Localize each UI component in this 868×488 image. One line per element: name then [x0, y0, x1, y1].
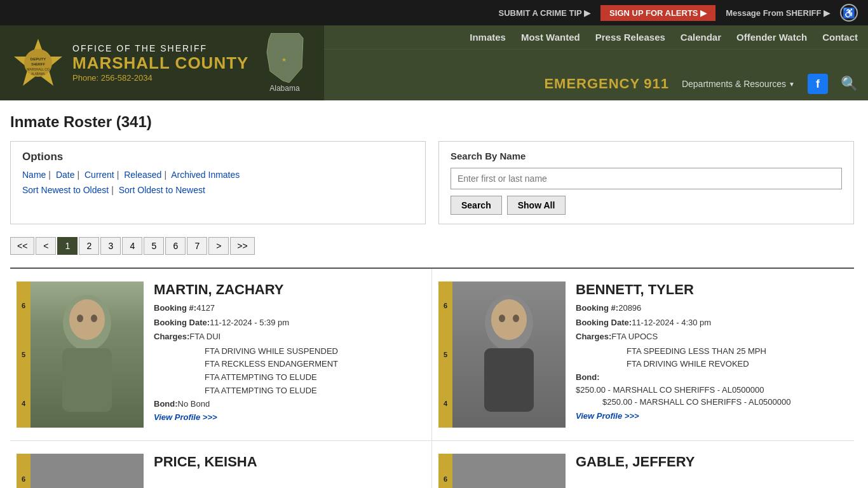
state-map: ★ Alabama — [257, 33, 311, 93]
header-text: OFFICE OF THE SHERIFF MARSHALL COUNTY Ph… — [72, 43, 248, 83]
inmate-name-3: PRICE, KEISHA — [154, 454, 425, 470]
svg-text:DEPUTY: DEPUTY — [31, 57, 46, 61]
filter-current[interactable]: Current — [85, 170, 114, 180]
svg-text:SHERIFF: SHERIFF — [31, 62, 44, 66]
nav-most-wanted[interactable]: Most Wanted — [521, 32, 580, 43]
svg-rect-14 — [484, 348, 534, 412]
search-btn-row: Search Show All — [451, 196, 842, 215]
svg-point-11 — [77, 315, 83, 322]
inmate-bond-2: Bond: $250.00 - MARSHALL CO SHERIFFS - A… — [576, 371, 848, 409]
svg-point-10 — [69, 299, 105, 340]
accessibility-icon[interactable]: ♿ — [840, 4, 858, 22]
inmate-photo-3: 6 — [17, 454, 144, 488]
inmate-bond: Bond:No Bond — [154, 398, 425, 410]
inmate-booking-date-2: Booking Date:11-12-2024 - 4:30 pm — [576, 316, 848, 329]
header-nav: Inmates Most Wanted Press Releases Calen… — [324, 25, 868, 100]
nav-inmates[interactable]: Inmates — [470, 32, 506, 43]
inmate-booking-date: Booking Date:11-12-2024 - 5:39 pm — [154, 316, 425, 329]
site-header: DEPUTY SHERIFF MARSHALL CO ALABAMA OFFIC… — [0, 25, 868, 100]
crime-tip-link[interactable]: SUBMIT A CRIME TIP ▶ — [499, 8, 591, 18]
main-nav: Inmates Most Wanted Press Releases Calen… — [324, 25, 868, 50]
inmate-card: 654 MARTIN, ZACHARY — [10, 269, 432, 441]
nav-press-releases[interactable]: Press Releases — [595, 32, 665, 43]
search-box: Search By Name Search Show All — [438, 141, 854, 224]
pagination: << < 1 2 3 4 5 6 7 > >> — [10, 237, 854, 255]
pagination-first[interactable]: << — [10, 237, 34, 255]
svg-text:MARSHALL CO: MARSHALL CO — [27, 67, 50, 71]
inmate-charges-list-2: FTA SPEEDING LESS THAN 25 MPH FTA DRIVIN… — [627, 345, 848, 372]
pagination-page-7[interactable]: 7 — [187, 237, 207, 255]
options-search-row: Options Name| Date| Current| Released| A… — [10, 141, 854, 224]
filter-archived[interactable]: Archived Inmates — [171, 170, 240, 180]
person-photo — [31, 281, 144, 428]
pagination-prev[interactable]: < — [36, 237, 56, 255]
filter-date[interactable]: Date — [56, 170, 75, 180]
inmate-booking-num: Booking #:4127 — [154, 302, 425, 315]
nav-offender-watch[interactable]: Offender Watch — [736, 32, 807, 43]
svg-point-17 — [513, 315, 519, 322]
inmate-name-4: GABLE, JEFFERY — [576, 454, 848, 470]
inmate-photo-4: 6 — [438, 454, 566, 488]
person-photo-2 — [452, 281, 566, 428]
inmates-grid: 654 MARTIN, ZACHARY — [10, 269, 854, 488]
nav-calendar[interactable]: Calendar — [681, 32, 721, 43]
inmate-photo-1: 654 — [17, 281, 144, 428]
pagination-page-6[interactable]: 6 — [165, 237, 186, 255]
facebook-icon[interactable]: f — [808, 74, 828, 94]
inmate-charges-list: FTA DRIVING WHILE SUSPENDED FTA RECKLESS… — [205, 345, 425, 398]
svg-point-16 — [499, 315, 505, 322]
inmate-charges-2: Charges:FTA UPOCS — [576, 330, 848, 343]
filter-links: Name| Date| Current| Released| Archived … — [22, 170, 414, 180]
filter-released[interactable]: Released — [124, 170, 161, 180]
pagination-page-4[interactable]: 4 — [122, 237, 142, 255]
office-line2: MARSHALL COUNTY — [72, 53, 248, 73]
inmate-info-4: GABLE, JEFFERY — [576, 454, 848, 478]
inmate-card-4: 6 GABLE, JEFFERY — [432, 441, 854, 488]
options-box: Options Name| Date| Current| Released| A… — [10, 141, 426, 224]
pagination-last[interactable]: >> — [230, 237, 254, 255]
ruler-left-2: 654 — [438, 281, 452, 428]
departments-resources-menu[interactable]: Departments & Resources — [682, 79, 795, 89]
phone: Phone: 256-582-2034 — [72, 73, 248, 83]
emergency-text: EMERGENCY 911 — [544, 76, 669, 92]
show-all-button[interactable]: Show All — [507, 196, 566, 215]
pagination-next[interactable]: > — [208, 237, 229, 255]
header-branding: DEPUTY SHERIFF MARSHALL CO ALABAMA OFFIC… — [0, 25, 324, 100]
pagination-page-3[interactable]: 3 — [100, 237, 121, 255]
search-input[interactable] — [451, 168, 842, 189]
alerts-button[interactable]: SIGN UP FOR ALERTS ▶ — [600, 5, 715, 21]
inmate-name-2: BENNETT, TYLER — [576, 281, 848, 298]
inmate-booking-num-2: Booking #:20896 — [576, 302, 848, 315]
ruler-left: 654 — [17, 281, 31, 428]
inmate-info-3: PRICE, KEISHA — [154, 454, 425, 478]
search-button[interactable]: Search — [451, 196, 502, 215]
search-by-name-label: Search By Name — [451, 151, 842, 161]
inmate-info-2: BENNETT, TYLER Booking #:20896 Booking D… — [576, 281, 848, 428]
search-icon[interactable]: 🔍 — [841, 76, 858, 92]
nav-contact[interactable]: Contact — [822, 32, 858, 43]
view-profile-link-2[interactable]: View Profile >>> — [576, 411, 639, 421]
main-content: Inmate Roster (341) Options Name| Date| … — [0, 100, 864, 488]
svg-point-12 — [91, 315, 97, 322]
inmate-name: MARTIN, ZACHARY — [154, 281, 425, 298]
inmate-card-3: 6 PRICE, KEISHA — [10, 441, 432, 488]
filter-name[interactable]: Name — [22, 170, 46, 180]
pagination-page-5[interactable]: 5 — [144, 237, 164, 255]
state-label: Alabama — [269, 84, 299, 93]
svg-text:★: ★ — [281, 57, 287, 63]
svg-point-15 — [491, 299, 527, 340]
sort-links: Sort Newest to Oldest| Sort Oldest to Ne… — [22, 185, 414, 195]
inmate-charges: Charges:FTA DUI — [154, 330, 425, 343]
pagination-page-2[interactable]: 2 — [79, 237, 99, 255]
pagination-page-1[interactable]: 1 — [57, 237, 78, 255]
inmate-card: 654 BENNETT, TYLER Booking #:20896 — [432, 269, 854, 441]
sort-newest[interactable]: Sort Newest to Oldest — [22, 185, 109, 195]
message-sheriff-link[interactable]: Message From SHERIFF ▶ — [726, 8, 830, 18]
options-title: Options — [22, 151, 414, 163]
inmate-photo-2: 654 — [438, 281, 566, 428]
view-profile-link-1[interactable]: View Profile >>> — [154, 412, 217, 422]
nav-secondary: EMERGENCY 911 Departments & Resources f … — [324, 67, 868, 100]
sort-oldest[interactable]: Sort Oldest to Newest — [119, 185, 205, 195]
sheriff-badge: DEPUTY SHERIFF MARSHALL CO ALABAMA — [13, 37, 64, 88]
page-title: Inmate Roster (341) — [10, 113, 854, 131]
